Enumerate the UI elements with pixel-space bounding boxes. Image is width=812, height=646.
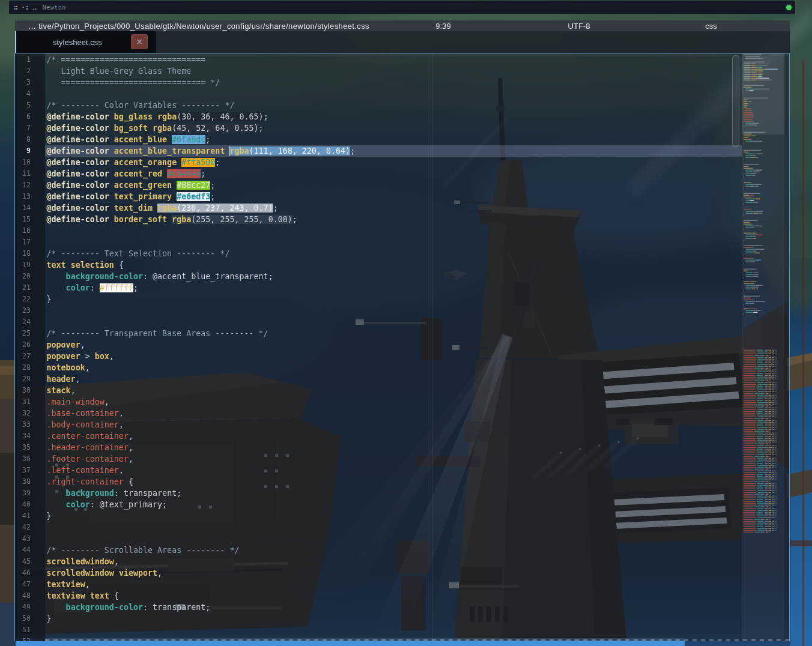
editor-area[interactable]: 1234567891011121314151617181920212223242… bbox=[14, 53, 790, 641]
line-number: 41 bbox=[15, 510, 31, 522]
code-line[interactable] bbox=[47, 533, 356, 545]
code-line[interactable]: /* -------- Transparent Base Areas -----… bbox=[47, 328, 356, 339]
code-line[interactable]: @define-color accent_red #c84646; bbox=[47, 168, 356, 180]
encoding-label: UTF-8 bbox=[568, 22, 590, 31]
code-line[interactable]: .right-container { bbox=[47, 476, 356, 488]
code-line[interactable]: header, bbox=[47, 373, 356, 385]
titlebar-dots-icon: ·: bbox=[22, 4, 29, 11]
line-number: 44 bbox=[15, 545, 31, 556]
line-number: 50 bbox=[15, 613, 31, 624]
line-number: 11 bbox=[15, 168, 31, 180]
code-line[interactable]: ============================== */ bbox=[47, 77, 356, 88]
line-number: 46 bbox=[15, 567, 31, 579]
code-line[interactable]: @define-color accent_orange #ffa500; bbox=[47, 157, 356, 168]
code-text[interactable]: /* ============================== Light … bbox=[47, 54, 356, 641]
code-line[interactable]: background-color: transparent; bbox=[47, 602, 356, 613]
window-titlebar[interactable]: ∷ ·: ‥ Newton bbox=[9, 1, 795, 14]
code-line[interactable]: text selection { bbox=[47, 259, 356, 271]
code-line[interactable]: @define-color accent_green #88cc27; bbox=[47, 180, 356, 191]
window-status-indicator[interactable] bbox=[784, 3, 793, 11]
cursor-position: 9:39 bbox=[435, 22, 450, 31]
code-line[interactable]: @define-color text_primary #e6edf3; bbox=[47, 191, 356, 202]
code-line[interactable]: @define-color border_soft rgba(255, 255,… bbox=[47, 214, 356, 225]
code-line[interactable] bbox=[47, 624, 356, 636]
code-line[interactable]: @define-color accent_blue_transparent rg… bbox=[47, 145, 356, 157]
code-line[interactable]: } bbox=[47, 294, 356, 305]
line-number: 28 bbox=[15, 362, 31, 373]
code-line[interactable]: .main-window, bbox=[47, 396, 356, 408]
titlebar-dots-icon: ‥ bbox=[33, 4, 37, 11]
code-line[interactable]: /* -------- Scrollable Areas -------- */ bbox=[47, 545, 356, 556]
code-line[interactable]: textview text { bbox=[47, 590, 356, 602]
line-number: 6 bbox=[15, 111, 31, 122]
tab-label: stylesheet.css bbox=[53, 38, 102, 47]
line-number-gutter: 1234567891011121314151617181920212223242… bbox=[15, 53, 45, 641]
code-line[interactable]: color: #ffffff; bbox=[47, 282, 356, 294]
code-line[interactable]: .footer-container, bbox=[47, 453, 356, 465]
vertical-scrollbar-thumb[interactable] bbox=[732, 55, 739, 147]
code-line[interactable]: /* -------- Text Selection -------- */ bbox=[47, 248, 356, 259]
code-line[interactable] bbox=[47, 522, 356, 533]
code-line[interactable]: background-color: @accent_blue_transpare… bbox=[47, 271, 356, 282]
code-line[interactable] bbox=[47, 305, 356, 316]
line-number: 47 bbox=[15, 579, 31, 590]
line-number: 33 bbox=[15, 419, 31, 430]
line-number: 52 bbox=[15, 636, 31, 641]
line-number: 27 bbox=[15, 351, 31, 362]
code-line[interactable]: @define-color accent_blue #6fa8dc; bbox=[47, 134, 356, 145]
tab-bar: stylesheet.css × bbox=[15, 31, 790, 53]
code-line[interactable] bbox=[47, 88, 356, 100]
line-number: 51 bbox=[15, 624, 31, 636]
line-number: 21 bbox=[15, 282, 31, 294]
line-number: 1 bbox=[15, 54, 31, 65]
line-number: 10 bbox=[15, 157, 31, 168]
code-line[interactable]: .header-container, bbox=[47, 442, 356, 453]
code-line[interactable]: popover > box, bbox=[47, 351, 356, 362]
code-line[interactable]: background: transparent; bbox=[47, 488, 356, 499]
code-line[interactable]: scrolledwindow, bbox=[47, 556, 356, 567]
line-number: 16 bbox=[15, 225, 31, 237]
line-number: 29 bbox=[15, 373, 31, 385]
code-line[interactable]: @define-color text_dim rgba(230, 237, 24… bbox=[47, 202, 356, 214]
code-line[interactable]: popover, bbox=[47, 339, 356, 351]
code-line[interactable]: .left-container, bbox=[47, 465, 356, 476]
code-line[interactable]: } bbox=[47, 613, 356, 624]
line-number: 48 bbox=[15, 590, 31, 602]
minimap[interactable] bbox=[742, 53, 784, 641]
code-line[interactable]: notebook, bbox=[47, 362, 356, 373]
tab-close-button[interactable]: × bbox=[131, 34, 148, 49]
line-number: 20 bbox=[15, 271, 31, 282]
code-line[interactable]: /* ============================== bbox=[47, 54, 356, 65]
code-line[interactable] bbox=[47, 316, 356, 328]
line-number: 26 bbox=[15, 339, 31, 351]
code-line[interactable]: Light Blue-Grey Glass Theme bbox=[47, 65, 356, 77]
code-line[interactable]: scrolledwindow viewport, bbox=[47, 567, 356, 579]
code-line[interactable]: } bbox=[47, 510, 356, 522]
line-number: 31 bbox=[15, 396, 31, 408]
code-line[interactable]: textview, bbox=[47, 579, 356, 590]
window-title: Newton bbox=[43, 4, 66, 11]
code-line[interactable] bbox=[47, 237, 356, 248]
tab-stylesheet[interactable]: stylesheet.css × bbox=[15, 31, 156, 53]
code-line[interactable]: color: @text_primary; bbox=[47, 499, 356, 510]
line-number: 12 bbox=[15, 180, 31, 191]
file-path: … tive/Python_Projects/000_Usable/gtk/Ne… bbox=[28, 22, 369, 31]
code-line[interactable]: /* -------- Color Variables -------- */ bbox=[47, 100, 356, 111]
code-line[interactable]: .body-container, bbox=[47, 419, 356, 430]
code-line[interactable]: .center-container, bbox=[47, 430, 356, 442]
code-line[interactable]: stack, bbox=[47, 385, 356, 396]
line-number: 42 bbox=[15, 522, 31, 533]
line-number: 37 bbox=[15, 465, 31, 476]
line-number: 2 bbox=[15, 65, 31, 77]
line-number: 30 bbox=[15, 385, 31, 396]
line-number: 39 bbox=[15, 488, 31, 499]
code-line[interactable] bbox=[47, 225, 356, 237]
line-number: 35 bbox=[15, 442, 31, 453]
line-number: 3 bbox=[15, 77, 31, 88]
code-line[interactable]: @define-color bg_soft rgba(45, 52, 64, 0… bbox=[47, 122, 356, 134]
text-caret bbox=[229, 146, 230, 156]
line-number: 23 bbox=[15, 305, 31, 316]
code-line[interactable]: @define-color bg_glass rgba(30, 36, 46, … bbox=[47, 111, 356, 122]
line-number: 13 bbox=[15, 191, 31, 202]
code-line[interactable]: .base-container, bbox=[47, 408, 356, 419]
